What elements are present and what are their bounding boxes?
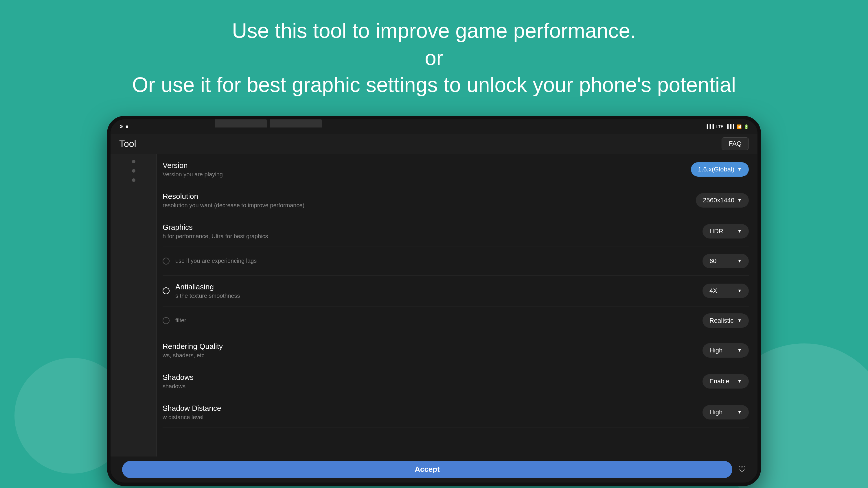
setting-title-antialiasing: Antialiasing <box>175 283 703 291</box>
setting-left-version: Version Version you are playing <box>163 161 691 178</box>
signal-icon-3: ▐▐▐ <box>726 124 734 129</box>
status-bar-left: ⚙ ■ <box>119 124 128 129</box>
graphics-dropdown[interactable]: HDR ▼ <box>703 224 749 238</box>
graphics-value: HDR <box>709 228 723 235</box>
setting-text-shadows: Shadows shadows <box>163 373 703 390</box>
setting-text-rendering: Rendering Quality ws, shaders, etc <box>163 342 703 359</box>
setting-desc-resolution: resolution you want (decrease to improve… <box>163 202 696 209</box>
stop-status-icon: ■ <box>126 124 128 129</box>
setting-text-fps: use if you are experiencing lags <box>175 258 703 264</box>
fps-radio[interactable] <box>163 258 169 264</box>
shadow-distance-value: High <box>709 409 722 416</box>
antialiasing-radio[interactable] <box>163 287 169 294</box>
rendering-dropdown[interactable]: High ▼ <box>703 343 749 358</box>
shadow-distance-arrow: ▼ <box>737 410 742 415</box>
setting-desc-antialiasing: s the texture smoothness <box>175 293 703 299</box>
setting-right-shadows: Enable ▼ <box>703 374 749 389</box>
version-arrow: ▼ <box>737 167 742 172</box>
setting-left-shadow-distance: Shadow Distance w distance level <box>163 404 703 421</box>
panel-dot-2 <box>132 169 135 172</box>
accept-button[interactable]: Accept <box>122 461 732 478</box>
fps-dropdown[interactable]: 60 ▼ <box>703 254 749 268</box>
setting-left-rendering: Rendering Quality ws, shaders, etc <box>163 342 703 359</box>
setting-left-resolution: Resolution resolution you want (decrease… <box>163 192 696 209</box>
setting-right-style: Realistic ▼ <box>703 314 749 328</box>
setting-left-antialiasing: Antialiasing s the texture smoothness <box>163 283 703 299</box>
setting-text-graphics: Graphics h for performance, Ultra for be… <box>163 223 703 240</box>
setting-desc-style: filter <box>175 317 703 324</box>
setting-right-graphics: HDR ▼ <box>703 224 749 238</box>
fps-arrow: ▼ <box>737 258 742 264</box>
app-header: Tool FAQ <box>111 134 757 154</box>
setting-desc-rendering: ws, shaders, etc <box>163 352 703 359</box>
setting-row-style: filter Realistic ▼ <box>163 306 749 335</box>
setting-row-fps: use if you are experiencing lags 60 ▼ <box>163 247 749 275</box>
promo-line-2: or <box>0 44 868 72</box>
device-tabs <box>215 119 322 128</box>
status-bar-right: ▐▐▐ LTE ▐▐▐ 📶 🔋 <box>705 124 749 129</box>
app-title: Tool <box>119 138 136 149</box>
setting-desc-fps: use if you are experiencing lags <box>175 258 703 264</box>
setting-title-resolution: Resolution <box>163 192 696 201</box>
setting-text-version: Version Version you are playing <box>163 161 691 178</box>
setting-left-shadows: Shadows shadows <box>163 373 703 390</box>
faq-button[interactable]: FAQ <box>722 137 749 150</box>
signal-icon-2: LTE <box>716 124 724 129</box>
style-radio[interactable] <box>163 317 169 324</box>
accept-bar: Accept ♡ <box>111 456 757 483</box>
setting-title-version: Version <box>163 161 691 170</box>
version-dropdown[interactable]: 1.6.x(Global) ▼ <box>691 162 749 176</box>
setting-right-shadow-distance: High ▼ <box>703 405 749 420</box>
setting-left-style: filter <box>163 317 703 324</box>
setting-text-shadow-distance: Shadow Distance w distance level <box>163 404 703 421</box>
setting-title-shadow-distance: Shadow Distance <box>163 404 703 413</box>
wifi-icon: 📶 <box>737 124 742 129</box>
setting-row-resolution: Resolution resolution you want (decrease… <box>163 185 749 216</box>
setting-desc-graphics: h for performance, Ultra for best graphi… <box>163 233 703 240</box>
promo-line-1: Use this tool to improve game performanc… <box>0 18 868 44</box>
setting-right-rendering: High ▼ <box>703 343 749 358</box>
antialiasing-arrow: ▼ <box>737 288 742 293</box>
setting-text-antialiasing: Antialiasing s the texture smoothness <box>175 283 703 299</box>
setting-title-shadows: Shadows <box>163 373 703 382</box>
setting-title-graphics: Graphics <box>163 223 703 232</box>
settings-list: Version Version you are playing 1.6.x(Gl… <box>111 154 757 456</box>
panel-dot-1 <box>132 160 135 163</box>
setting-text-resolution: Resolution resolution you want (decrease… <box>163 192 696 209</box>
style-value: Realistic <box>709 317 734 324</box>
setting-row-shadow-distance: Shadow Distance w distance level High ▼ <box>163 397 749 428</box>
device-tab-1 <box>215 119 267 128</box>
settings-status-icon: ⚙ <box>119 124 123 129</box>
left-panel <box>111 154 157 456</box>
version-value: 1.6.x(Global) <box>698 166 734 173</box>
style-dropdown[interactable]: Realistic ▼ <box>703 314 749 328</box>
setting-right-version: 1.6.x(Global) ▼ <box>691 162 749 176</box>
status-bar: ⚙ ■ ▐▐▐ LTE ▐▐▐ 📶 🔋 <box>111 120 757 134</box>
setting-row-graphics: Graphics h for performance, Ultra for be… <box>163 216 749 247</box>
shadows-dropdown[interactable]: Enable ▼ <box>703 374 749 389</box>
battery-icon: 🔋 <box>744 124 749 129</box>
setting-right-resolution: 2560x1440 ▼ <box>696 193 749 207</box>
setting-left-graphics: Graphics h for performance, Ultra for be… <box>163 223 703 240</box>
resolution-dropdown[interactable]: 2560x1440 ▼ <box>696 193 749 207</box>
setting-desc-shadows: shadows <box>163 383 703 390</box>
heart-icon[interactable]: ♡ <box>738 464 746 475</box>
shadows-arrow: ▼ <box>737 379 742 384</box>
device-wrapper: ⚙ ■ ▐▐▐ LTE ▐▐▐ 📶 🔋 Tool FAQ <box>0 110 868 486</box>
setting-right-fps: 60 ▼ <box>703 254 749 268</box>
setting-desc-version: Version you are playing <box>163 171 691 178</box>
setting-title-rendering: Rendering Quality <box>163 342 703 351</box>
fps-value: 60 <box>709 257 716 265</box>
panel-dot-3 <box>132 178 135 182</box>
setting-row-antialiasing: Antialiasing s the texture smoothness 4X… <box>163 275 749 306</box>
setting-row-rendering: Rendering Quality ws, shaders, etc High … <box>163 335 749 366</box>
device-tab-2 <box>270 119 322 128</box>
setting-row-version: Version Version you are playing 1.6.x(Gl… <box>163 154 749 185</box>
setting-text-style: filter <box>175 317 703 324</box>
resolution-arrow: ▼ <box>737 198 742 203</box>
resolution-value: 2560x1440 <box>703 197 734 204</box>
setting-desc-shadow-distance: w distance level <box>163 414 703 421</box>
rendering-value: High <box>709 347 722 354</box>
shadow-distance-dropdown[interactable]: High ▼ <box>703 405 749 420</box>
antialiasing-dropdown[interactable]: 4X ▼ <box>703 284 749 298</box>
